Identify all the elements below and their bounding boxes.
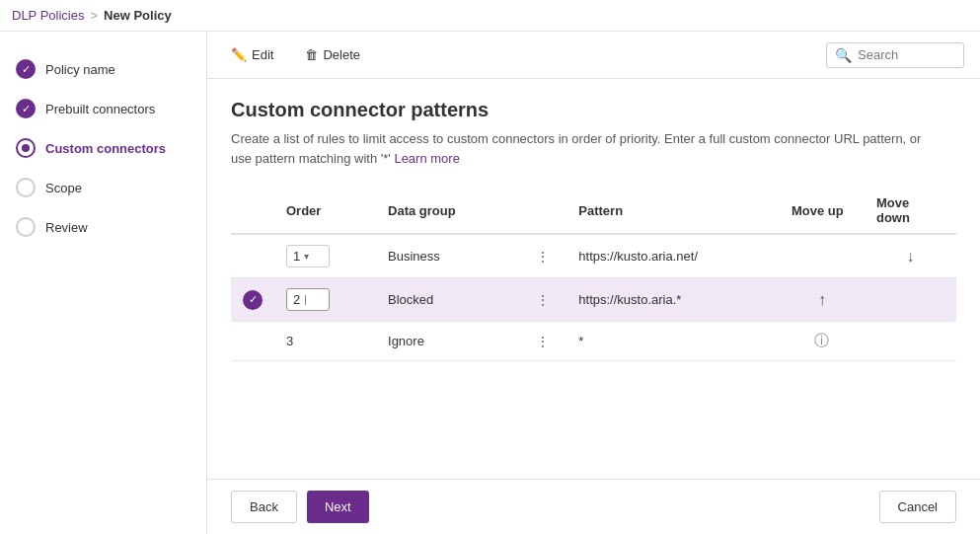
table-row: ✓ 2 | Blocked ⋮ <box>231 278 956 322</box>
row1-dots-cell: ⋮ <box>520 234 566 278</box>
row2-pattern-cell: https://kusto.aria.* <box>566 278 780 322</box>
breadcrumb: DLP Policies > New Policy <box>12 8 172 23</box>
col-header-pattern: Pattern <box>566 188 780 234</box>
main-layout: ✓ Policy name ✓ Prebuilt connectors Cust… <box>0 32 980 534</box>
sidebar-item-custom-connectors[interactable]: Custom connectors <box>0 130 206 166</box>
row3-pattern-value: * <box>578 334 583 348</box>
row3-check-cell <box>231 322 274 361</box>
breadcrumb-separator: > <box>90 8 98 23</box>
edit-icon: ✏️ <box>231 47 247 62</box>
sidebar: ✓ Policy name ✓ Prebuilt connectors Cust… <box>0 32 207 534</box>
bottom-bar: Back Next Cancel <box>207 479 980 534</box>
row2-pattern-value: https://kusto.aria.* <box>578 292 681 307</box>
row3-pattern-cell: * <box>566 322 780 361</box>
connector-table: Order Data group Pattern Move up Move do… <box>231 188 956 361</box>
row1-movedown-cell: ↓ <box>865 234 956 278</box>
step-check-policy-name: ✓ <box>16 59 36 79</box>
sidebar-label-policy-name: Policy name <box>45 62 115 77</box>
sidebar-item-scope[interactable]: Scope <box>0 170 206 205</box>
col-header-check <box>231 188 274 234</box>
sidebar-label-review: Review <box>45 220 88 235</box>
sidebar-item-review[interactable]: Review <box>0 209 206 245</box>
row2-order-value: 2 <box>293 292 300 307</box>
page-description: Create a list of rules to limit access t… <box>231 129 922 168</box>
row2-order-cell: 2 | <box>274 278 376 322</box>
delete-button[interactable]: 🗑 Delete <box>297 43 368 66</box>
row3-order-value: 3 <box>286 334 293 348</box>
step-circle-scope <box>16 178 36 197</box>
col-header-datagroup: Data group <box>376 188 520 234</box>
row3-context-menu[interactable]: ⋮ <box>532 332 555 351</box>
sidebar-label-scope: Scope <box>45 181 82 195</box>
col-header-moveup: Move up <box>780 188 865 234</box>
content-area: ✏️ Edit 🗑 Delete 🔍 Custom connector patt… <box>207 32 980 534</box>
row3-dots-cell: ⋮ <box>520 322 566 361</box>
row1-check-cell <box>231 234 274 278</box>
step-dot-custom <box>16 138 36 158</box>
next-button[interactable]: Next <box>307 491 369 523</box>
row3-info-icon[interactable]: ⓘ <box>814 332 829 348</box>
row2-moveup-button[interactable]: ↑ <box>814 289 830 311</box>
row2-datagroup-cell: Blocked <box>376 278 520 322</box>
delete-label: Delete <box>323 47 360 62</box>
step-check-prebuilt: ✓ <box>16 99 36 118</box>
row2-context-menu[interactable]: ⋮ <box>532 290 555 310</box>
table-row: 3 Ignore ⋮ * ⓘ <box>231 322 956 361</box>
chevron-down-icon: ▾ <box>304 251 309 262</box>
row3-datagroup-cell: Ignore <box>376 322 520 361</box>
row3-moveup-cell: ⓘ <box>780 322 865 361</box>
edit-label: Edit <box>252 47 273 62</box>
search-input[interactable] <box>858 47 955 62</box>
learn-more-link[interactable]: Learn more <box>394 151 459 166</box>
edit-button[interactable]: ✏️ Edit <box>223 43 281 66</box>
top-bar: DLP Policies > New Policy <box>0 0 980 32</box>
toolbar: ✏️ Edit 🗑 Delete 🔍 <box>207 32 980 79</box>
row2-check-cell: ✓ <box>231 278 274 322</box>
row3-movedown-cell <box>865 322 956 361</box>
delete-icon: 🗑 <box>305 47 318 62</box>
row1-context-menu[interactable]: ⋮ <box>532 247 555 267</box>
row1-order-select[interactable]: 1 ▾ <box>286 245 330 267</box>
row3-order-cell: 3 <box>274 322 376 361</box>
row2-moveup-cell: ↑ <box>780 278 865 322</box>
col-header-order: Order <box>274 188 376 234</box>
chevron-down-icon: | <box>304 294 307 305</box>
sidebar-label-prebuilt: Prebuilt connectors <box>45 102 155 116</box>
row1-order-cell: 1 ▾ <box>274 234 376 278</box>
row1-order-value: 1 <box>293 249 300 264</box>
col-header-dots <box>520 188 566 234</box>
row1-pattern-cell: https://kusto.aria.net/ <box>566 234 780 278</box>
bottom-left-actions: Back Next <box>231 491 369 523</box>
row2-dots-cell: ⋮ <box>520 278 566 322</box>
page-title: Custom connector patterns <box>231 99 956 121</box>
sidebar-item-prebuilt[interactable]: ✓ Prebuilt connectors <box>0 91 206 126</box>
back-button[interactable]: Back <box>231 491 297 523</box>
step-circle-review <box>16 217 36 237</box>
cancel-button[interactable]: Cancel <box>879 491 956 523</box>
table-row: 1 ▾ Business ⋮ https://kusto.aria.net/ <box>231 234 956 278</box>
row1-datagroup-cell: Business <box>376 234 520 278</box>
breadcrumb-parent[interactable]: DLP Policies <box>12 8 84 23</box>
row3-datagroup-value: Ignore <box>388 334 424 348</box>
page-content: Custom connector patterns Create a list … <box>207 79 980 479</box>
row2-selected-check: ✓ <box>243 290 263 310</box>
row2-datagroup-value: Blocked <box>388 292 433 307</box>
row1-pattern-value: https://kusto.aria.net/ <box>578 249 698 264</box>
search-icon: 🔍 <box>835 47 852 63</box>
row1-datagroup-value: Business <box>388 249 440 264</box>
row1-movedown-button[interactable]: ↓ <box>902 246 918 267</box>
row1-moveup-cell <box>780 234 865 278</box>
sidebar-label-custom: Custom connectors <box>45 141 166 156</box>
page-desc-text: Create a list of rules to limit access t… <box>231 131 921 166</box>
sidebar-item-policy-name[interactable]: ✓ Policy name <box>0 51 206 87</box>
row2-movedown-cell <box>865 278 956 322</box>
search-box[interactable]: 🔍 <box>826 42 964 68</box>
breadcrumb-current: New Policy <box>104 8 172 23</box>
row2-order-select[interactable]: 2 | <box>286 288 330 311</box>
col-header-movedown: Move down <box>865 188 956 234</box>
